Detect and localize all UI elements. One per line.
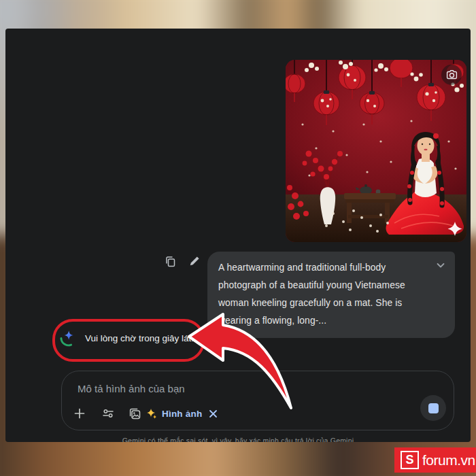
photo-illustration [286, 60, 466, 242]
pencil-icon [189, 256, 200, 267]
sforum-logo-text: forum.vn [422, 452, 475, 469]
tune-button[interactable] [100, 405, 116, 422]
copy-button[interactable] [162, 253, 178, 269]
user-message-bubble: A heartwarming and traditional full-body… [207, 252, 455, 338]
close-icon [209, 409, 218, 418]
tune-icon [102, 407, 114, 420]
stop-button[interactable] [420, 395, 446, 421]
composer-toolbar: Hình ảnh [71, 405, 219, 422]
sforum-logo-s: S [401, 451, 419, 469]
image-mode-label: Hình ảnh [162, 409, 202, 419]
gemini-chat-panel: A heartwarming and traditional full-body… [5, 29, 471, 442]
edit-button[interactable] [186, 253, 203, 269]
image-stack-icon [129, 407, 141, 420]
add-button[interactable] [71, 405, 88, 422]
stop-icon [428, 403, 439, 413]
prompt-placeholder: Mô tả hình ảnh của bạn [78, 383, 185, 394]
user-message-text: A heartwarming and traditional full-body… [218, 259, 429, 330]
chevron-down-icon[interactable] [433, 258, 448, 273]
message-actions [162, 253, 203, 269]
image-mode-chip[interactable]: Hình ảnh [129, 407, 219, 420]
disclaimer-text: Gemini có thể mắc sai sót, vì vậy, hãy x… [5, 437, 471, 442]
copy-icon [165, 256, 176, 267]
loading-text: Vui lòng chờ trong giây lát... [85, 333, 199, 343]
close-button[interactable] [207, 407, 219, 420]
prompt-input-box[interactable]: Mô tả hình ảnh của bạn [61, 371, 454, 430]
yellow-sparkle-icon [146, 408, 157, 419]
camera-icon [446, 69, 458, 81]
gemini-sparkle-icon [58, 329, 77, 347]
sforum-watermark: S forum.vn [394, 447, 476, 473]
camera-icon-button[interactable] [441, 65, 462, 85]
loading-indicator: Vui lòng chờ trong giây lát... [58, 328, 199, 348]
attached-photo[interactable] [286, 60, 466, 242]
plus-icon [73, 407, 86, 420]
